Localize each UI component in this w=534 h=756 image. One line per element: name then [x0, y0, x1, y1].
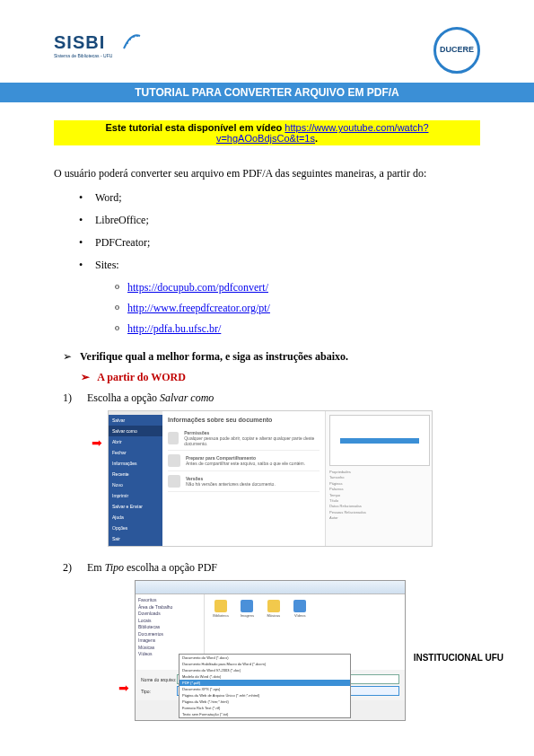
sisbi-logo-text: SISBI: [54, 32, 105, 52]
highlight-wrap: Este tutorial esta disponível em vídeo h…: [54, 120, 480, 145]
svg-point-3: [136, 35, 138, 37]
step-1-text: Escolha a opção: [87, 391, 160, 404]
sisbi-logo-subtitle: Sistema de Bibliotecas - UFU: [54, 53, 135, 58]
folder-icon: Biblioteca: [210, 600, 232, 620]
word-right-panel: Propriedades Tamanho Páginas Palavras Te…: [325, 411, 432, 546]
site-link[interactable]: https://docupub.com/pdfconvert/: [127, 281, 268, 294]
verify-line: ➢ Verifique qual a melhor forma, e siga …: [63, 350, 480, 364]
tool-item: PDFCreator;: [79, 236, 480, 250]
site-link[interactable]: http://www.freepdfcreator.org/pt/: [127, 302, 270, 314]
versions-icon: [168, 475, 180, 488]
red-arrow-icon: ➡: [118, 681, 129, 696]
sites-list: https://docupub.com/pdfconvert/ http://w…: [115, 281, 480, 336]
tools-list: Word; LibreOffice; PDFCreator; Sites: ht…: [79, 191, 480, 336]
share-icon: [168, 454, 180, 467]
svg-point-0: [127, 42, 128, 44]
type-label: Tipo:: [141, 689, 177, 694]
site-link-item: http://www.freepdfcreator.org/pt/: [115, 302, 480, 315]
screenshot-2-wrap: ➡ Favoritos Área de Trabalho Downloads L…: [135, 580, 480, 721]
step-2-num: 2): [63, 561, 84, 575]
video-highlight: Este tutorial esta disponível em vídeo h…: [54, 120, 480, 145]
step-2-text-b: escolha a opção PDF: [124, 561, 217, 574]
doc-meta: Propriedades Tamanho Páginas Palavras Te…: [329, 470, 428, 522]
folder-icon: Músicas: [263, 600, 285, 620]
intro-paragraph: O usuário poderá converter seu arquivo e…: [54, 167, 480, 180]
step-1-italic: Salvar como: [160, 391, 214, 404]
doc-thumbnail: [329, 415, 430, 466]
step-1-num: 1): [63, 391, 84, 405]
ducere-logo: DUCERE: [433, 27, 480, 74]
site-link-item: http://pdfa.bu.ufsc.br/: [115, 322, 480, 336]
tool-item: LibreOffice;: [79, 214, 480, 227]
dialog-titlebar: [136, 581, 405, 594]
step-2: 2) Em Tipo escolha a opção PDF: [63, 561, 480, 575]
folder-icon: Imagens: [236, 600, 258, 620]
word-info-row: PermissõesQualquer pessoa pode abrir, co…: [168, 426, 320, 451]
site-link[interactable]: http://pdfa.bu.ufsc.br/: [127, 322, 221, 335]
tool-item: Sites: https://docupub.com/pdfconvert/ h…: [79, 259, 480, 336]
highlight-suffix: .: [315, 133, 318, 144]
save-dialog-screenshot: Favoritos Área de Trabalho Downloads Loc…: [135, 580, 406, 721]
svg-point-1: [129, 39, 131, 40]
word-info-row: VersõesNão há versões anteriores deste d…: [168, 471, 320, 492]
ducere-logo-text: DUCERE: [440, 45, 474, 54]
filename-label: Nome do arquivo:: [141, 677, 177, 682]
arrow-right-red-icon: ➢: [81, 371, 95, 384]
word-info-row: Preparar para CompartilhamentoAntes de c…: [168, 451, 320, 471]
word-info-screenshot: Salvar Salvar como Abrir Fechar Informaç…: [108, 410, 433, 547]
title-bar: TUTORIAL PARA CONVERTER ARQUIVO EM PDF/A: [0, 83, 534, 102]
step-2-text-a: Em: [87, 561, 105, 574]
type-dropdown-list: Documento do Word (*.docx) Documento Hab…: [179, 654, 351, 718]
from-word-text: A partir do WORD: [97, 371, 186, 383]
sisbi-swoosh-icon: [120, 31, 142, 52]
header: SISBI Sistema de Bibliotecas - UFU DUCER…: [54, 27, 480, 74]
document-page: SISBI Sistema de Bibliotecas - UFU DUCER…: [0, 0, 534, 756]
permissions-icon: [168, 432, 179, 444]
highlight-prefix: Este tutorial esta disponível em vídeo: [105, 122, 285, 133]
word-center-heading: Informações sobre seu documento: [168, 417, 320, 423]
step-1: 1) Escolha a opção Salvar como: [63, 391, 480, 405]
word-center-panel: Informações sobre seu documento Permissõ…: [162, 411, 325, 546]
word-left-menu: Salvar Salvar como Abrir Fechar Informaç…: [109, 411, 162, 546]
svg-point-2: [133, 36, 135, 38]
institucional-text: INSTITUCIONAL UFU: [414, 653, 503, 663]
verify-text: Verifique qual a melhor forma, e siga as…: [80, 350, 348, 363]
folder-icon: Vídeos: [289, 600, 311, 620]
from-word-line: ➢ A partir do WORD: [81, 371, 480, 384]
screenshot-1-wrap: ➡ Salvar Salvar como Abrir Fechar Inform…: [108, 410, 480, 547]
step-2-italic: Tipo: [105, 561, 124, 574]
site-link-item: https://docupub.com/pdfconvert/: [115, 281, 480, 294]
sisbi-logo: SISBI Sistema de Bibliotecas - UFU: [54, 32, 135, 68]
red-arrow-icon: ➡: [92, 435, 102, 451]
tool-item: Word;: [79, 191, 480, 205]
arrow-right-icon: ➢: [63, 350, 77, 364]
